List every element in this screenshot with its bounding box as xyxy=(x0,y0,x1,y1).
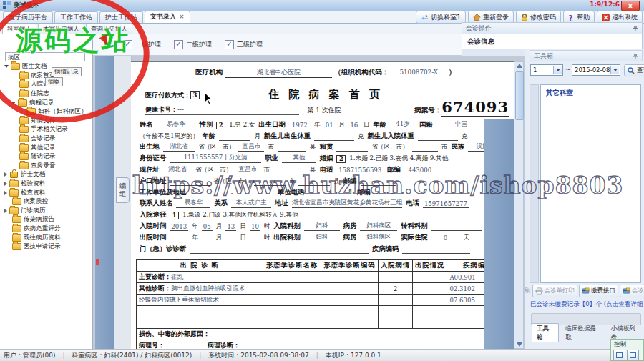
field-box-value[interactable]: 2 xyxy=(336,155,346,163)
toolbox-tab-工具箱[interactable]: 工具箱 xyxy=(532,323,559,342)
tree-item-知情文件[interactable]: 知情文件 xyxy=(0,117,92,126)
tab-护士工作站[interactable]: 护士工作站 xyxy=(99,11,143,23)
field-value[interactable]: 1972 xyxy=(289,122,311,129)
tree-item-住院志[interactable]: 住院志 xyxy=(0,89,92,99)
checkbox-一级护理[interactable]: ✓一级护理 xyxy=(123,40,161,49)
field-value[interactable] xyxy=(402,246,470,254)
field-value[interactable]: 宜昌市 xyxy=(235,165,260,174)
window-close-button[interactable]: x xyxy=(621,1,640,11)
pin-icon[interactable] xyxy=(633,25,638,31)
field-value[interactable]: 1111555557十分光清 xyxy=(170,154,261,163)
scroll-thumb[interactable] xyxy=(515,71,524,120)
field-value[interactable]: 中国 xyxy=(436,120,487,129)
scroll-up-icon[interactable] xyxy=(517,64,522,68)
checkbox-icon[interactable]: ✓ xyxy=(225,40,234,49)
tree-arrow-icon[interactable] xyxy=(11,102,16,104)
table-row[interactable] xyxy=(137,306,509,317)
field-box-value[interactable]: 2 xyxy=(216,122,225,129)
field-value[interactable] xyxy=(170,178,210,186)
checkbox-三级护理[interactable]: ✓三级护理 xyxy=(225,40,263,49)
tree-arrow-icon[interactable] xyxy=(4,65,9,68)
control-button-2[interactable] xyxy=(627,350,639,360)
patient-tab-查询历史病人[interactable]: 查询历史病人 xyxy=(86,24,132,34)
field-value[interactable]: 05 xyxy=(202,223,213,231)
field-box-value[interactable]: 1 xyxy=(170,212,179,219)
field-value[interactable]: --- xyxy=(314,133,354,141)
field-value[interactable]: 湖北省 xyxy=(163,165,192,174)
tree-item-检查资料[interactable]: 检查资料 xyxy=(0,188,92,197)
patient-tab-科室病人[interactable]: 科室病人 xyxy=(2,24,36,34)
consult-info-label[interactable]: 会诊信息 xyxy=(462,34,642,49)
tree-item-既往病历资料[interactable]: 既往病历资料 xyxy=(0,233,92,242)
field-value[interactable]: --- xyxy=(219,133,250,141)
checkbox-二级护理[interactable]: ✓二级护理 xyxy=(174,40,212,49)
search-button[interactable]: 查询 xyxy=(624,64,644,76)
other-departments-list[interactable]: 其它科室 xyxy=(540,84,641,283)
tree-item-传染病报告[interactable]: 传染病报告 xyxy=(0,215,92,224)
table-row[interactable]: 其他诊断：脑出血微创血肿抽吸引流术202.3102 xyxy=(137,283,509,295)
tree-item-门诊病历[interactable]: 门诊病历 xyxy=(0,207,92,216)
field-value[interactable]: 妇科 xyxy=(304,233,340,242)
right-template-strip[interactable] xyxy=(484,119,514,349)
control-button-1[interactable] xyxy=(613,350,625,360)
field-value[interactable]: 本人或户主 xyxy=(231,199,271,208)
field-value[interactable]: 湖北省宜昌市夷陵区黄花乡黄花场村三组 xyxy=(292,199,403,208)
table-row[interactable]: 经蝶骨内窥镜下垂体瘤切除术07.6305 xyxy=(137,295,509,306)
field-value[interactable]: - xyxy=(374,189,410,197)
tree-item-妇科（妇科病区）[interactable]: 妇科（妇科病区） xyxy=(0,107,92,117)
pin-icon[interactable] xyxy=(633,53,638,59)
table-row[interactable]: 主要诊断：霍乱A00.901 xyxy=(137,272,509,283)
tab-close-icon[interactable]: × xyxy=(179,13,185,20)
scroll-down-icon[interactable] xyxy=(517,342,522,347)
tree-item-疾病危重评分[interactable]: 疾病危重评分 xyxy=(0,224,92,234)
field-value[interactable] xyxy=(225,234,236,242)
range-date-combo[interactable]: 2015-02-08 xyxy=(572,64,620,76)
checkbox-icon[interactable]: ✓ xyxy=(123,40,132,49)
field-value[interactable] xyxy=(190,246,369,254)
tab-工作工作站[interactable]: 工作工作站 xyxy=(54,11,98,23)
field-value[interactable] xyxy=(254,178,286,186)
field-value[interactable]: - xyxy=(308,189,353,197)
field-value[interactable]: 易春华 xyxy=(157,120,196,129)
ward-combo[interactable]: 病区 xyxy=(5,52,85,61)
toolbox-tab-临床数据提取[interactable]: 临床数据提取 xyxy=(561,324,604,342)
tree-item-手术相关记录[interactable]: 手术相关记录 xyxy=(0,125,92,134)
tab-文书录入[interactable]: 文书录入× xyxy=(145,11,190,23)
tree-item-病案质控[interactable]: 病案质控 xyxy=(0,197,92,207)
tree-item-护士文档[interactable]: 护士文档 xyxy=(0,170,92,179)
field-value[interactable] xyxy=(278,144,306,152)
tree-arrow-icon[interactable] xyxy=(4,172,7,177)
table-row[interactable] xyxy=(137,317,509,329)
field-value[interactable] xyxy=(361,178,396,186)
chevron-down-icon[interactable] xyxy=(610,66,619,74)
group-tab[interactable]: 编组 xyxy=(116,177,130,203)
tree-arrow-icon[interactable] xyxy=(4,209,7,213)
field-value[interactable] xyxy=(298,178,330,186)
field-value[interactable]: 0 xyxy=(431,234,460,242)
field-value[interactable]: 2013 xyxy=(170,223,188,231)
tree-item-会诊记录[interactable]: 会诊记录 xyxy=(0,134,92,144)
field-value[interactable] xyxy=(431,223,482,231)
chevron-down-icon[interactable] xyxy=(553,66,562,74)
field-value[interactable]: 443000 xyxy=(404,167,436,174)
button-切换科室1[interactable]: 切换科室1 xyxy=(416,11,466,24)
field-value[interactable]: 易春华 xyxy=(176,199,210,208)
field-value[interactable]: 41岁 xyxy=(390,120,416,129)
field-value[interactable]: 妇科病区 xyxy=(360,233,397,242)
field-value[interactable]: 妇科 xyxy=(304,222,340,231)
button-缴费接口[interactable]: 缴费接口 xyxy=(579,285,618,297)
tree-item-其他记录[interactable]: 其他记录 xyxy=(0,143,92,152)
field-value[interactable] xyxy=(336,144,368,152)
tree-item-随访记录[interactable]: 随访记录 xyxy=(0,152,92,162)
field-value[interactable]: 13 xyxy=(225,223,236,231)
field-value[interactable]: 15871556593 xyxy=(336,167,384,174)
field-value[interactable]: 宜昌市 xyxy=(238,142,264,152)
document-scrollbar[interactable] xyxy=(514,61,524,349)
medical-record-page[interactable]: 医疗机构 湖北省中心医院 （组织机构代码： 51008702-X ） 医疗付款方… xyxy=(131,61,520,350)
field-value[interactable] xyxy=(202,234,213,242)
tree-arrow-icon[interactable] xyxy=(4,191,7,195)
tab-电子病历平台[interactable]: 电子病历平台 xyxy=(3,11,53,23)
tree-arrow-icon[interactable] xyxy=(4,182,7,186)
field-value[interactable] xyxy=(170,234,188,242)
checkbox-icon[interactable]: ✓ xyxy=(174,40,183,49)
